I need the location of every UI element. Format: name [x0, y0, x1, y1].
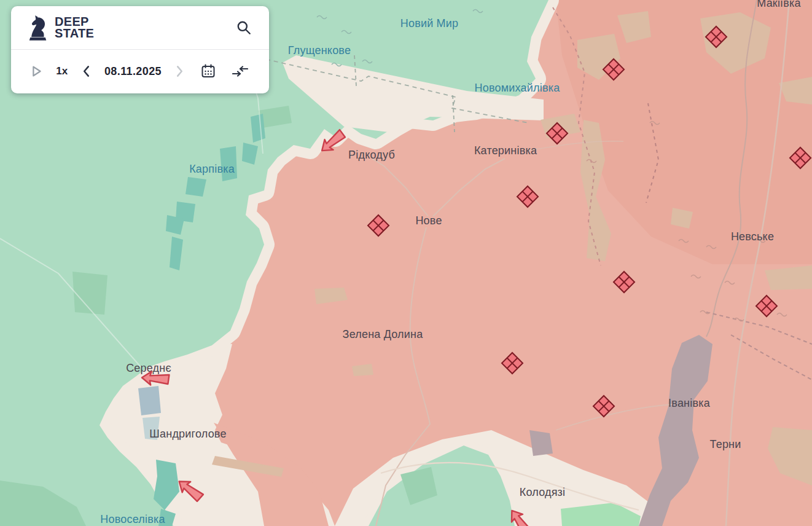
map-label: Карпівка [189, 163, 235, 176]
activity-marker[interactable] [593, 395, 615, 418]
advance-arrow[interactable] [313, 123, 353, 161]
activity-marker[interactable] [546, 122, 569, 145]
map-label: Невське [731, 230, 774, 243]
map-label: Новомихайлівка [475, 82, 560, 95]
activity-marker[interactable] [705, 26, 728, 49]
advance-arrow[interactable] [138, 367, 173, 390]
activity-marker[interactable] [517, 186, 539, 208]
map-label: Шандриголове [149, 428, 226, 441]
map-label: Новий Мир [400, 17, 459, 30]
advance-arrow[interactable] [170, 471, 209, 508]
speed-toggle[interactable]: 1x [56, 65, 68, 77]
activity-marker[interactable] [501, 352, 524, 375]
map-label: Макіївка [757, 0, 801, 10]
map-label: Катеринівка [474, 144, 537, 157]
map-label: Глущенкове [288, 44, 351, 57]
current-date[interactable]: 08.11.2025 [104, 65, 162, 78]
brand-line2: STATE [55, 28, 94, 39]
activity-marker[interactable] [367, 214, 390, 237]
chevron-left-icon [82, 65, 90, 77]
control-panel: DEEP STATE 1x [11, 6, 269, 93]
panel-header: DEEP STATE [11, 6, 269, 50]
map-label: Іванівка [668, 397, 710, 410]
chevron-right-icon [176, 65, 184, 77]
next-day-button[interactable] [173, 63, 186, 80]
activity-marker[interactable] [603, 58, 625, 81]
play-button[interactable] [29, 63, 44, 79]
jump-to-latest-button[interactable] [230, 62, 251, 80]
advance-arrow[interactable] [501, 501, 538, 526]
calendar-icon [201, 64, 216, 79]
play-icon [32, 66, 42, 77]
map-label: Нове [415, 214, 442, 227]
deepstate-map-app: Новий МирГлущенковеНовомихайлівкаМакіївк… [0, 0, 812, 526]
calendar-button[interactable] [198, 61, 218, 81]
search-button[interactable] [233, 17, 254, 38]
map-label: Новоселівка [100, 513, 165, 526]
activity-marker[interactable] [755, 295, 778, 318]
map-label: Рідкодуб [348, 149, 395, 162]
prev-day-button[interactable] [80, 63, 93, 80]
brand-text: DEEP STATE [55, 16, 94, 39]
deepstate-logo[interactable]: DEEP STATE [27, 14, 94, 41]
activity-marker[interactable] [789, 147, 812, 170]
collapse-arrows-icon [232, 65, 248, 78]
map-label: Колодязі [520, 486, 566, 499]
search-icon [236, 20, 252, 36]
knight-logo-icon [27, 14, 49, 41]
activity-marker[interactable] [613, 271, 636, 294]
playback-controls: 1x 08.11.2025 [11, 50, 269, 93]
map-label: Терни [709, 438, 741, 451]
map-label: Зелена Долина [343, 328, 423, 341]
